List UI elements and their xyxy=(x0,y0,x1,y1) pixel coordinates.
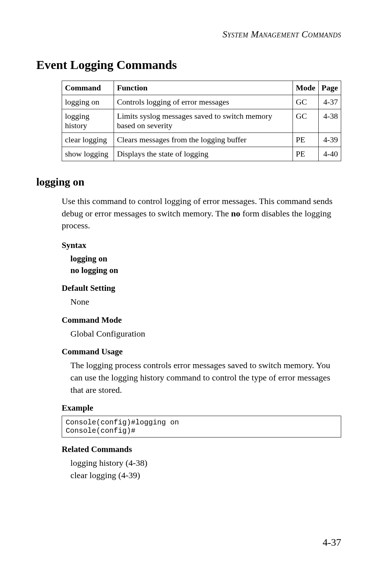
th-function: Function xyxy=(114,81,293,95)
cell-page: 4-39 xyxy=(318,133,341,147)
th-command: Command xyxy=(62,81,114,95)
cell-page: 4-40 xyxy=(318,147,341,161)
table-row: logging on Controls logging of error mes… xyxy=(62,95,341,109)
cell-mode: GC xyxy=(293,95,319,109)
th-page: Page xyxy=(318,81,341,95)
default-setting-label: Default Setting xyxy=(62,284,341,293)
cell-function: Clears messages from the logging buffer xyxy=(114,133,293,147)
th-mode: Mode xyxy=(293,81,319,95)
cell-command: logging history xyxy=(62,109,114,133)
section-title: Event Logging Commands xyxy=(36,58,341,72)
page-number: 4-37 xyxy=(323,537,341,548)
example-box: Console(config)#logging on Console(confi… xyxy=(62,416,341,437)
running-header: System Management Commands xyxy=(36,29,341,40)
related-command-item: logging history (4-38) xyxy=(70,457,341,469)
cell-command: show logging xyxy=(62,147,114,161)
cell-function: Controls logging of error messages xyxy=(114,95,293,109)
intro-paragraph: Use this command to control logging of e… xyxy=(62,195,341,232)
command-usage-label: Command Usage xyxy=(62,347,341,357)
syntax-line: logging on xyxy=(70,253,341,265)
cell-mode: GC xyxy=(293,109,319,133)
cell-mode: PE xyxy=(293,133,319,147)
cell-function: Limits syslog messages saved to switch m… xyxy=(114,109,293,133)
command-usage-text: The logging process controls error messa… xyxy=(70,359,341,396)
table-header-row: Command Function Mode Page xyxy=(62,81,341,95)
cell-function: Displays the state of logging xyxy=(114,147,293,161)
related-command-item: clear logging (4-39) xyxy=(70,469,341,482)
cell-page: 4-38 xyxy=(318,109,341,133)
syntax-line: no logging on xyxy=(70,265,341,276)
command-mode-label: Command Mode xyxy=(62,315,341,325)
intro-bold: no xyxy=(231,209,240,218)
commands-table: Command Function Mode Page logging on Co… xyxy=(62,81,341,161)
related-commands-label: Related Commands xyxy=(62,445,341,454)
cell-command: clear logging xyxy=(62,133,114,147)
command-mode-value: Global Configuration xyxy=(70,328,341,340)
cell-page: 4-37 xyxy=(318,95,341,109)
subsection-title: logging on xyxy=(36,176,341,188)
table-row: show logging Displays the state of loggi… xyxy=(62,147,341,161)
cell-mode: PE xyxy=(293,147,319,161)
table-row: logging history Limits syslog messages s… xyxy=(62,109,341,133)
table-row: clear logging Clears messages from the l… xyxy=(62,133,341,147)
example-label: Example xyxy=(62,403,341,413)
default-setting-value: None xyxy=(70,296,341,308)
syntax-label: Syntax xyxy=(62,241,341,250)
cell-command: logging on xyxy=(62,95,114,109)
